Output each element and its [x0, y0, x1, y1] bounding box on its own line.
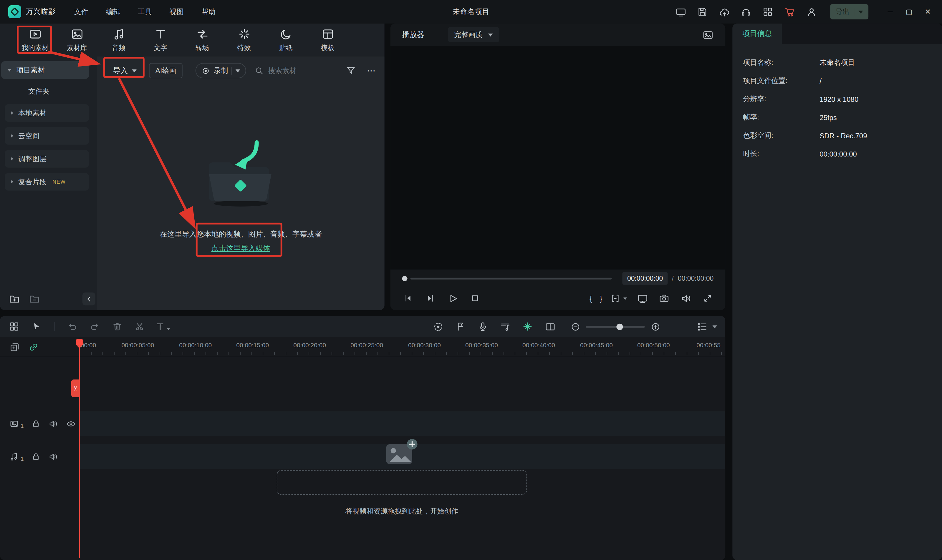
fullscreen-icon[interactable]: [700, 291, 715, 305]
store-cart-icon[interactable]: [783, 5, 796, 18]
smart-effect-icon[interactable]: [520, 320, 535, 334]
save-icon[interactable]: [696, 5, 709, 18]
quality-caret-icon: [488, 33, 493, 36]
menu-file[interactable]: 文件: [74, 7, 88, 17]
audio-mute-icon[interactable]: [49, 452, 59, 462]
timeline-drop-zone[interactable]: [277, 470, 527, 495]
search-input[interactable]: [268, 66, 345, 75]
zoom-slider-handle[interactable]: [616, 323, 623, 330]
total-time: 00:00:00:00: [678, 275, 714, 282]
mark-out-icon[interactable]: }: [600, 294, 603, 303]
delete-folder-icon[interactable]: [28, 292, 40, 304]
playhead[interactable]: ✂: [79, 339, 80, 558]
display-mode-icon[interactable]: [674, 5, 687, 18]
timeline-panel: 00:00 00:00:05:00 00:00:10:00 00:00:15:0…: [0, 316, 725, 560]
undo-icon[interactable]: [65, 320, 80, 334]
app-window: 万兴喵影 文件 编辑 工具 视图 帮助 未命名项目 导出 ─ ▢ ✕: [0, 0, 942, 560]
track-manager-caret-icon[interactable]: [712, 325, 717, 328]
account-icon[interactable]: [805, 5, 818, 18]
info-value: /: [820, 77, 822, 85]
audio-lock-icon[interactable]: [31, 452, 41, 462]
sidebar-item-label: 调整图层: [18, 154, 46, 164]
present-screen-icon[interactable]: [635, 291, 649, 305]
ruler-tick: 00:00:25:00: [347, 342, 386, 348]
zoom-in-icon[interactable]: [648, 320, 662, 334]
tab-transitions[interactable]: 转场: [181, 23, 223, 57]
timeline-zoom-slider[interactable]: [586, 326, 644, 328]
support-headset-icon[interactable]: [739, 5, 752, 18]
delete-icon[interactable]: [110, 320, 124, 334]
sidebar-item-compound-clip[interactable]: 复合片段 NEW: [5, 173, 89, 191]
window-minimize-button[interactable]: ─: [881, 0, 900, 23]
tab-project-info[interactable]: 项目信息: [732, 23, 782, 44]
menu-tools[interactable]: 工具: [138, 7, 152, 17]
mark-in-icon[interactable]: {: [589, 294, 592, 303]
video-mute-icon[interactable]: [49, 419, 59, 429]
record-button[interactable]: 录制: [196, 63, 246, 78]
tab-audio[interactable]: 音频: [98, 23, 140, 57]
menu-edit[interactable]: 编辑: [106, 7, 120, 17]
render-preview-icon[interactable]: [431, 320, 445, 334]
menu-view[interactable]: 视图: [170, 7, 184, 17]
text-tool-icon[interactable]: [155, 322, 171, 332]
sidebar-item-local-media[interactable]: 本地素材: [5, 104, 89, 122]
tab-stock-media[interactable]: 素材库: [56, 23, 98, 57]
play-icon[interactable]: [446, 291, 460, 305]
player-panel: 播放器 完整画质 00:00:00:00 / 00:00:00:00 { }: [390, 23, 726, 310]
new-folder-icon[interactable]: [8, 292, 20, 304]
split-screen-icon[interactable]: [543, 320, 557, 334]
tab-my-media[interactable]: 我的素材: [14, 23, 56, 57]
tab-text[interactable]: 文字: [140, 23, 181, 57]
stop-icon[interactable]: [468, 291, 483, 305]
timeline-ruler[interactable]: 00:00 00:00:05:00 00:00:10:00 00:00:15:0…: [80, 337, 725, 357]
plugins-grid-icon[interactable]: [761, 5, 774, 18]
preview-compare-icon[interactable]: [702, 29, 714, 40]
add-to-track-icon[interactable]: [9, 342, 20, 352]
video-visibility-eye-icon[interactable]: [66, 419, 76, 429]
next-frame-icon[interactable]: [424, 291, 438, 305]
drop-media-icon: [385, 438, 418, 471]
filter-icon[interactable]: [346, 65, 356, 76]
marker-icon[interactable]: [453, 320, 468, 334]
ruler-tick: 00:00:05:00: [119, 342, 157, 348]
sidebar-collapse-button[interactable]: [82, 292, 96, 305]
tab-templates[interactable]: 模板: [307, 23, 348, 57]
voiceover-mic-icon[interactable]: [476, 320, 490, 334]
redo-icon[interactable]: [88, 320, 102, 334]
more-options-icon[interactable]: ⋯: [367, 65, 376, 76]
import-media-link[interactable]: 点击这里导入媒体: [211, 244, 270, 254]
tab-effects[interactable]: 特效: [223, 23, 265, 57]
track-manager-icon[interactable]: [695, 320, 709, 334]
snapshot-camera-icon[interactable]: [657, 291, 671, 305]
ai-paint-button[interactable]: AI绘画: [149, 63, 183, 78]
media-content: 导入 AI绘画 录制 ⋯: [97, 57, 385, 310]
quick-split-scissors-button[interactable]: ✂: [71, 380, 80, 397]
window-close-button[interactable]: ✕: [919, 0, 937, 23]
volume-icon[interactable]: [679, 291, 693, 305]
window-maximize-button[interactable]: ▢: [900, 0, 919, 23]
media-view-icon[interactable]: [7, 320, 21, 334]
auto-ripple-link-icon[interactable]: [28, 342, 39, 352]
audio-to-text-icon[interactable]: [498, 320, 512, 334]
sidebar-item-adjustment-layer[interactable]: 调整图层: [5, 150, 89, 168]
ruler-tick: 00:00:50:00: [634, 342, 673, 348]
tab-stickers[interactable]: 贴纸: [265, 23, 307, 57]
quality-dropdown[interactable]: 完整画质: [448, 27, 499, 42]
split-scissors-icon[interactable]: [133, 320, 146, 334]
sidebar-item-folders[interactable]: 文件夹: [5, 84, 89, 99]
cloud-upload-icon[interactable]: [718, 5, 731, 18]
new-badge: NEW: [52, 179, 66, 185]
sidebar-item-cloud-space[interactable]: 云空间: [5, 127, 89, 145]
seek-bar[interactable]: [410, 277, 612, 279]
previous-frame-icon[interactable]: [401, 291, 415, 305]
zoom-out-icon[interactable]: [568, 320, 582, 334]
playhead-handle[interactable]: [76, 339, 83, 346]
video-lock-icon[interactable]: [31, 419, 41, 428]
trim-tool-button[interactable]: [610, 293, 627, 304]
menu-help[interactable]: 帮助: [201, 7, 216, 17]
export-button[interactable]: 导出: [830, 4, 868, 19]
import-button[interactable]: 导入: [105, 62, 144, 80]
sidebar-item-project-media[interactable]: 项目素材: [1, 61, 89, 79]
select-cursor-icon[interactable]: [29, 320, 43, 334]
seek-handle[interactable]: [402, 276, 407, 281]
